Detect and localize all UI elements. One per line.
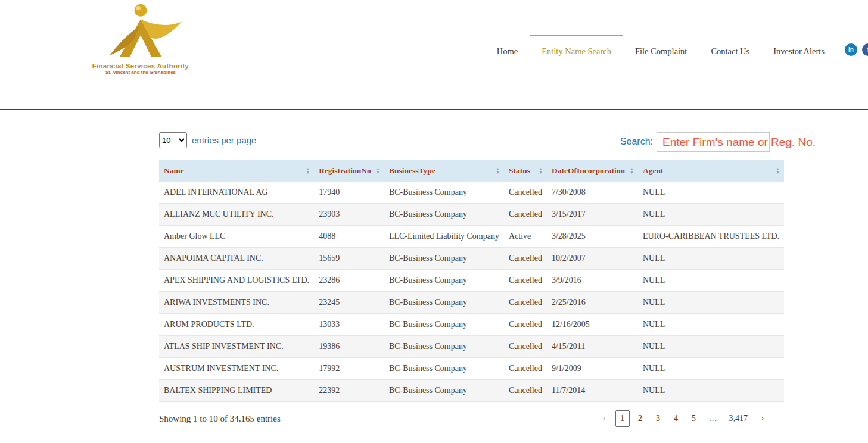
- table-cell: AUSTRUM INVESTMENT INC.: [159, 358, 314, 380]
- search-input[interactable]: Enter Firm's name or Reg. No.: [657, 132, 770, 152]
- table-cell: Cancelled: [504, 380, 547, 402]
- column-header-status[interactable]: Status: [504, 160, 547, 182]
- column-header-businesstype[interactable]: BusinessType: [384, 160, 504, 182]
- column-header-name[interactable]: Name: [159, 160, 314, 182]
- sort-icon: [376, 167, 380, 174]
- table-row: AUSTRUM INVESTMENT INC.17992BC-Business …: [159, 358, 784, 380]
- search-placeholder: Enter Firm's name or Reg. No.: [662, 136, 816, 149]
- sort-icon: [306, 167, 310, 174]
- logo-graphic: [96, 2, 185, 59]
- table-cell: 12/16/2005: [547, 314, 638, 336]
- pagination-page-4[interactable]: 4: [669, 411, 683, 426]
- table-cell: ARIWA INVESTMENTS INC.: [159, 292, 314, 314]
- table-cell: 13033: [314, 314, 384, 336]
- pagination-page-3417[interactable]: 3,417: [725, 411, 752, 426]
- table-cell: 23903: [314, 204, 384, 226]
- column-header-label: Name: [164, 166, 184, 175]
- table-footer: Showing 1 to 10 of 34,165 entries ‹12345…: [159, 410, 770, 427]
- table-cell: NULL: [638, 292, 784, 314]
- table-row: APEX SHIPPING AND LOGISTICS LTD.23286BC-…: [159, 270, 784, 292]
- header-right: Home Entity Name Search File Complaint C…: [485, 35, 868, 65]
- facebook-icon[interactable]: f: [862, 43, 868, 56]
- table-cell: NULL: [638, 336, 784, 358]
- column-header-agent[interactable]: Agent: [638, 160, 784, 182]
- table-cell: BC-Business Company: [384, 270, 504, 292]
- table-row: BALTEX SHIPPING LIMITED22392BC-Business …: [159, 380, 784, 402]
- table-cell: NULL: [638, 314, 784, 336]
- pagination-next[interactable]: ›: [755, 411, 770, 426]
- sort-icon: [776, 167, 780, 174]
- table-cell: ATLAS SHIP INVESTMENT INC.: [159, 336, 314, 358]
- table-cell: Cancelled: [504, 336, 547, 358]
- table-cell: BC-Business Company: [384, 248, 504, 270]
- table-cell: 7/30/2008: [547, 182, 638, 204]
- pagination-page-2[interactable]: 2: [633, 411, 648, 426]
- table-cell: Cancelled: [504, 292, 547, 314]
- pagination-page-1[interactable]: 1: [615, 410, 630, 427]
- table-cell: Amber Glow LLC: [159, 226, 314, 248]
- table-cell: NULL: [638, 248, 784, 270]
- table-cell: ARUM PRODUCTS LTD.: [159, 314, 314, 336]
- search-label: Search:: [620, 136, 653, 147]
- table-row: Amber Glow LLC4088LLC-Limited Liability …: [159, 226, 784, 248]
- results-count: Showing 1 to 10 of 34,165 entries: [159, 414, 281, 424]
- entries-per-page-label: entries per page: [192, 135, 256, 145]
- nav-home[interactable]: Home: [485, 35, 530, 65]
- column-header-label: DateOfIncorporation: [552, 166, 625, 175]
- table-cell: Active: [504, 226, 547, 248]
- nav-contact-us[interactable]: Contact Us: [699, 35, 761, 65]
- table-cell: NULL: [638, 358, 784, 380]
- table-cell: ANAPOIMA CAPITAL INC.: [159, 248, 314, 270]
- logo-subtitle: St. Vincent and the Grenadines: [88, 70, 193, 75]
- table-row: ARIWA INVESTMENTS INC.23245BC-Business C…: [159, 292, 784, 314]
- nav-file-complaint[interactable]: File Complaint: [623, 35, 699, 65]
- table-cell: Cancelled: [504, 182, 547, 204]
- table-row: ANAPOIMA CAPITAL INC.15659BC-Business Co…: [159, 248, 784, 270]
- pagination-prev[interactable]: ‹: [598, 411, 612, 426]
- pagination: ‹12345…3,417›: [598, 410, 770, 427]
- table-cell: 19386: [314, 336, 384, 358]
- entries-per-page-select[interactable]: 10: [159, 132, 187, 148]
- table-cell: BC-Business Company: [384, 182, 504, 204]
- table-cell: NULL: [638, 182, 784, 204]
- pagination-ellipsis: …: [705, 411, 721, 426]
- fsa-logo: Financial Services Authority St. Vincent…: [88, 2, 193, 75]
- table-cell: APEX SHIPPING AND LOGISTICS LTD.: [159, 270, 314, 292]
- logo-title: Financial Services Authority: [88, 63, 193, 70]
- column-header-dateofincorporation[interactable]: DateOfIncorporation: [547, 160, 638, 182]
- linkedin-icon[interactable]: in: [845, 43, 857, 56]
- entities-table: Name RegistrationNo BusinessType Status …: [159, 160, 784, 402]
- table-header-row: Name RegistrationNo BusinessType Status …: [159, 160, 784, 182]
- pagination-page-3[interactable]: 3: [651, 411, 665, 426]
- nav-investor-alerts[interactable]: Investor Alerts: [761, 35, 836, 65]
- table-cell: 17940: [314, 182, 384, 204]
- table-cell: 4088: [314, 226, 384, 248]
- table-cell: 9/1/2009: [547, 358, 638, 380]
- pagination-page-5[interactable]: 5: [687, 411, 701, 426]
- table-row: ATLAS SHIP INVESTMENT INC.19386BC-Busine…: [159, 336, 784, 358]
- table-cell: Cancelled: [504, 248, 547, 270]
- column-header-registrationno[interactable]: RegistrationNo: [314, 160, 384, 182]
- table-cell: Cancelled: [504, 314, 547, 336]
- table-cell: LLC-Limited Liability Company: [384, 226, 504, 248]
- column-header-label: RegistrationNo: [319, 166, 371, 175]
- table-cell: 3/9/2016: [547, 270, 638, 292]
- table-cell: EURO-CARIBBEAN TRUSTEES LTD.: [638, 226, 784, 248]
- table-cell: 23245: [314, 292, 384, 314]
- table-cell: 15659: [314, 248, 384, 270]
- table-cell: 4/15/2011: [547, 336, 638, 358]
- table-cell: Cancelled: [504, 270, 547, 292]
- table-cell: 22392: [314, 380, 384, 402]
- table-cell: 23286: [314, 270, 384, 292]
- sort-icon: [630, 167, 634, 174]
- table-cell: BC-Business Company: [384, 204, 504, 226]
- column-header-label: BusinessType: [389, 166, 435, 175]
- table-body: ADEL INTERNATIONAL AG17940BC-Business Co…: [159, 182, 784, 402]
- table-cell: BC-Business Company: [384, 336, 504, 358]
- sort-icon: [539, 167, 543, 174]
- table-cell: 10/2/2007: [547, 248, 638, 270]
- nav-entity-name-search[interactable]: Entity Name Search: [530, 35, 623, 65]
- table-cell: ALLIANZ MCC UTILITY INC.: [159, 204, 314, 226]
- table-cell: 17992: [314, 358, 384, 380]
- table-cell: NULL: [638, 270, 784, 292]
